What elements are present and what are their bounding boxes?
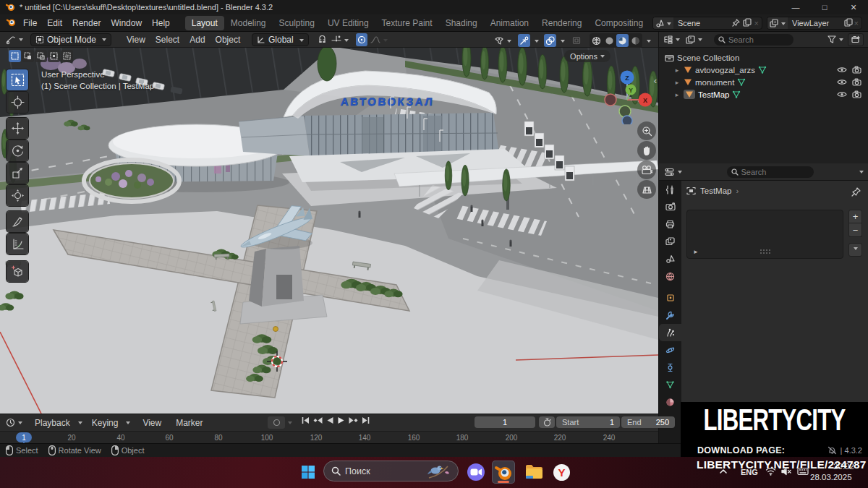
properties-search[interactable]: [727, 166, 814, 178]
filter-icon[interactable]: [826, 33, 845, 46]
end-frame-field[interactable]: End 250: [621, 416, 675, 428]
view-layer-selector[interactable]: ViewLayer ×: [767, 17, 862, 30]
viewport-canvas[interactable]: АВТОВОКЗАЛ: [0, 48, 658, 414]
display-mode-icon[interactable]: [684, 33, 704, 46]
gizmo-axis-z-neg[interactable]: [622, 116, 632, 124]
editor-type-outliner-icon[interactable]: [662, 33, 681, 46]
particle-system-list[interactable]: ►: [686, 210, 843, 259]
zoom-icon[interactable]: [637, 121, 656, 140]
scene-selector[interactable]: Scene ×: [652, 17, 762, 30]
select-mode-invert-icon[interactable]: [48, 50, 60, 62]
tool-move[interactable]: [7, 118, 28, 139]
proportional-editing-icon[interactable]: [356, 33, 367, 46]
new-scene-icon[interactable]: [743, 18, 752, 28]
current-frame-field[interactable]: 1: [475, 416, 535, 428]
snap-magnet-icon[interactable]: [316, 33, 328, 46]
jump-to-end-icon[interactable]: [361, 416, 370, 424]
tab-world-icon[interactable]: [659, 267, 681, 285]
shading-solid-icon[interactable]: [603, 34, 616, 47]
expand-icon[interactable]: ▸: [673, 79, 681, 86]
tab-tool-icon[interactable]: [659, 181, 681, 198]
tool-rotate[interactable]: [7, 140, 28, 161]
blender-menu-icon[interactable]: [6, 17, 17, 30]
options-dropdown[interactable]: Options: [564, 50, 610, 62]
workspace-tab-modeling[interactable]: Modeling: [224, 16, 273, 30]
disable-render-camera-icon[interactable]: [852, 78, 861, 86]
tool-add-cube[interactable]: [7, 261, 28, 282]
menu-select[interactable]: Select: [150, 33, 184, 46]
menu-add[interactable]: Add: [184, 33, 210, 46]
ortho-perspective-icon[interactable]: [637, 180, 656, 199]
show-gizmo-icon[interactable]: [518, 34, 530, 47]
outliner-search-input[interactable]: [728, 35, 789, 44]
tab-modifiers-icon[interactable]: [659, 307, 681, 324]
add-particle-button[interactable]: +: [848, 210, 862, 223]
workspace-tab-texture-paint[interactable]: Texture Paint: [375, 16, 439, 30]
view-layer-icon[interactable]: [767, 17, 788, 29]
workspace-tab-sculpting[interactable]: Sculpting: [273, 16, 321, 30]
select-mode-subtract-icon[interactable]: [35, 50, 47, 62]
properties-search-input[interactable]: [741, 168, 802, 176]
timeline-ruler[interactable]: 20 40 60 80 100 120 140 160 180 200 220 …: [0, 431, 658, 444]
maximize-button[interactable]: □: [810, 0, 839, 14]
pan-hand-icon[interactable]: [637, 141, 656, 160]
disable-render-camera-icon[interactable]: [852, 66, 861, 74]
outliner-row-testmap[interactable]: ▸ TestMap: [673, 88, 868, 100]
disable-render-camera-icon[interactable]: [852, 90, 861, 98]
sidebar-toggle-arrow[interactable]: ‹: [654, 75, 657, 86]
tray-clock-date[interactable]: 28.03.2025: [810, 473, 852, 481]
workspace-tab-uv-editing[interactable]: UV Editing: [321, 16, 375, 30]
menu-keying[interactable]: Keying: [87, 416, 124, 429]
hide-eye-icon[interactable]: [837, 78, 847, 86]
snap-target-icon[interactable]: [330, 33, 350, 46]
resize-grip-icon[interactable]: [760, 249, 771, 254]
taskbar-search-input[interactable]: [345, 466, 410, 476]
properties-options-chevron[interactable]: [859, 171, 864, 176]
remove-particle-button[interactable]: −: [848, 223, 862, 237]
playhead[interactable]: 1: [16, 432, 32, 442]
specials-menu-button[interactable]: [848, 243, 862, 257]
select-mode-set-icon[interactable]: [9, 50, 21, 62]
tool-select-box[interactable]: [7, 69, 28, 90]
shading-material-icon[interactable]: [616, 34, 629, 47]
gizmo-axis-x-neg[interactable]: [605, 94, 616, 106]
select-mode-intersect-icon[interactable]: [61, 50, 73, 62]
play-icon[interactable]: [337, 416, 345, 424]
next-keyframe-icon[interactable]: [348, 416, 358, 424]
outliner-search[interactable]: [714, 34, 793, 46]
file-explorer-icon[interactable]: [522, 461, 545, 484]
expand-icon[interactable]: ▸: [673, 67, 681, 74]
yandex-browser-icon[interactable]: Y: [550, 461, 573, 484]
new-view-layer-icon[interactable]: [844, 18, 853, 28]
use-preview-range-icon[interactable]: [539, 416, 555, 428]
tool-scale[interactable]: [7, 163, 28, 184]
tab-object-icon[interactable]: [659, 289, 681, 307]
workspace-tab-layout[interactable]: Layout: [185, 16, 224, 30]
gizmo-axis-y-neg[interactable]: [619, 106, 631, 117]
prev-keyframe-icon[interactable]: [313, 416, 323, 424]
menu-edit[interactable]: Edit: [42, 17, 67, 30]
show-overlays-icon[interactable]: [544, 34, 556, 47]
list-filter-expand[interactable]: ►: [693, 249, 699, 255]
menu-file[interactable]: File: [18, 17, 42, 30]
workspace-tab-rendering[interactable]: Rendering: [535, 16, 588, 30]
shading-rendered-icon[interactable]: [629, 34, 642, 47]
workspace-tab-shading[interactable]: Shading: [439, 16, 484, 30]
outliner-row-monument[interactable]: ▸ monument: [673, 76, 868, 88]
menu-help[interactable]: Help: [147, 17, 175, 30]
tab-object-data-icon[interactable]: [659, 376, 681, 393]
tool-annotate[interactable]: [7, 211, 28, 232]
taskbar-search[interactable]: [323, 461, 459, 481]
tool-measure[interactable]: [7, 234, 28, 254]
tool-cursor[interactable]: [7, 92, 28, 113]
video-chat-app-icon[interactable]: [464, 461, 488, 484]
expand-icon[interactable]: ▸: [673, 91, 681, 98]
blender-app-button[interactable]: [492, 461, 515, 484]
new-collection-icon[interactable]: [848, 33, 864, 46]
editor-type-properties-icon[interactable]: [663, 166, 684, 179]
start-button[interactable]: [297, 461, 320, 484]
camera-view-icon[interactable]: [637, 160, 656, 179]
tab-scene-icon[interactable]: [659, 250, 681, 267]
tab-physics-icon[interactable]: [659, 341, 681, 359]
select-mode-extend-icon[interactable]: [22, 50, 34, 62]
